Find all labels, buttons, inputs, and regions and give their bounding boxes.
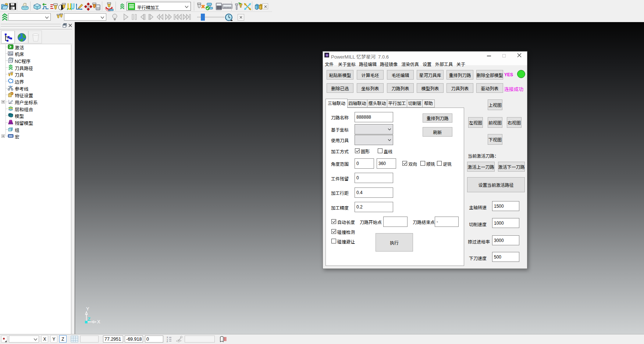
svg-text:Y: Y — [86, 306, 89, 312]
svg-text:Z: Z — [88, 316, 90, 322]
svg-text:Z: Z — [167, 340, 168, 342]
svg-text:X: X — [97, 319, 100, 324]
